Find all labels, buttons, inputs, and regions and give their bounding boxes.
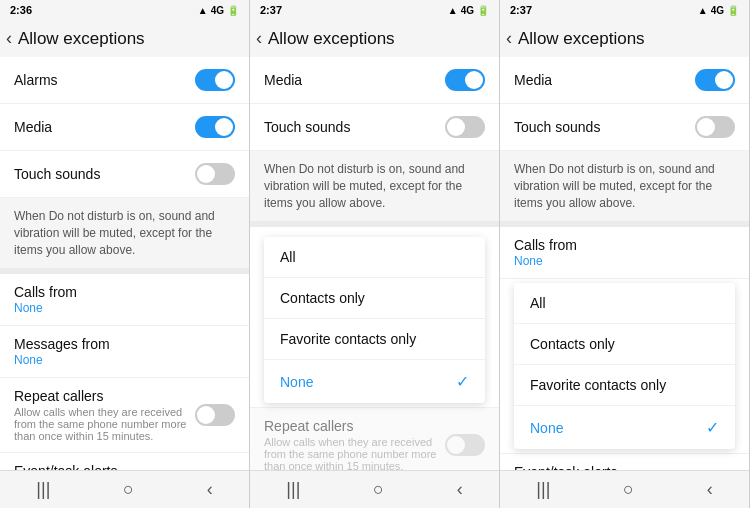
nav-home-icon-3[interactable]: ○ (623, 479, 634, 500)
calls-from-label-3: Calls from (514, 237, 735, 253)
calls-from-value-3: None (514, 254, 735, 268)
event-alerts-label-1: Event/task alerts (14, 463, 195, 470)
nav-home-icon-2[interactable]: ○ (373, 479, 384, 500)
panel-1: 2:36 ▲ 4G 🔋 ‹ Allow exceptions Alarms Me… (0, 0, 250, 508)
status-icons-3: ▲ 4G 🔋 (698, 5, 739, 16)
media-label-2: Media (264, 72, 302, 88)
dropdown-none-label-3: None (530, 420, 563, 436)
info-box-3: When Do not disturb is on, sound and vib… (500, 151, 749, 221)
event-alerts-row-3[interactable]: Event/task alerts Allow notifications fr… (500, 454, 749, 470)
back-button-3[interactable]: ‹ (506, 28, 512, 49)
touch-sounds-row-1[interactable]: Touch sounds (0, 151, 249, 198)
status-icons-1: ▲ 4G 🔋 (198, 5, 239, 16)
dropdown-all-label-3: All (530, 295, 546, 311)
nav-back-icon-2[interactable]: ‹ (457, 479, 463, 500)
dropdown-item-contacts-3[interactable]: Contacts only (514, 324, 735, 365)
media-toggle-2[interactable] (445, 69, 485, 91)
alarms-row[interactable]: Alarms (0, 57, 249, 104)
repeat-callers-label-2: Repeat callers (264, 418, 445, 434)
calls-from-row-3[interactable]: Calls from None (500, 227, 749, 279)
messages-from-label-1: Messages from (14, 336, 235, 352)
panel-2: 2:37 ▲ 4G 🔋 ‹ Allow exceptions Media Tou… (250, 0, 500, 508)
repeat-callers-label-1: Repeat callers (14, 388, 195, 404)
repeat-callers-toggle-1[interactable] (195, 404, 235, 426)
repeat-callers-row-2[interactable]: Repeat callers Allow calls when they are… (250, 408, 499, 470)
dropdown-item-none-3[interactable]: None ✓ (514, 406, 735, 449)
dropdown-item-fav-3[interactable]: Favorite contacts only (514, 365, 735, 406)
dropdown-item-none-2[interactable]: None ✓ (264, 360, 485, 403)
calls-from-value-1: None (14, 301, 235, 315)
touch-sounds-toggle-2[interactable] (445, 116, 485, 138)
repeat-callers-text-2: Repeat callers Allow calls when they are… (264, 418, 445, 470)
calls-from-dropdown-section-3: All Contacts only Favorite contacts only… (500, 279, 749, 454)
media-toggle-3[interactable] (695, 69, 735, 91)
wifi-icon-2: 4G (461, 5, 474, 16)
header-3: ‹ Allow exceptions (500, 20, 749, 57)
nav-home-icon-1[interactable]: ○ (123, 479, 134, 500)
content-3: Media Touch sounds When Do not disturb i… (500, 57, 749, 470)
nav-bar-2: ||| ○ ‹ (250, 470, 499, 508)
panel-3: 2:37 ▲ 4G 🔋 ‹ Allow exceptions Media Tou… (500, 0, 750, 508)
dropdown-item-contacts-2[interactable]: Contacts only (264, 278, 485, 319)
media-label-1: Media (14, 119, 52, 135)
media-toggle-1[interactable] (195, 116, 235, 138)
content-1: Alarms Media Touch sounds When Do not di… (0, 57, 249, 470)
dropdown-contacts-label-3: Contacts only (530, 336, 615, 352)
time-2: 2:37 (260, 4, 282, 16)
touch-sounds-row-2[interactable]: Touch sounds (250, 104, 499, 151)
time-1: 2:36 (10, 4, 32, 16)
repeat-callers-sub-1: Allow calls when they are received from … (14, 406, 195, 442)
nav-bar-3: ||| ○ ‹ (500, 470, 749, 508)
nav-menu-icon-3[interactable]: ||| (536, 479, 550, 500)
status-bar-1: 2:36 ▲ 4G 🔋 (0, 0, 249, 20)
alarms-toggle[interactable] (195, 69, 235, 91)
header-2: ‹ Allow exceptions (250, 20, 499, 57)
alarms-label: Alarms (14, 72, 58, 88)
info-box-2: When Do not disturb is on, sound and vib… (250, 151, 499, 221)
status-bar-3: 2:37 ▲ 4G 🔋 (500, 0, 749, 20)
page-title-3: Allow exceptions (518, 29, 645, 49)
nav-back-icon-3[interactable]: ‹ (707, 479, 713, 500)
repeat-callers-row-1[interactable]: Repeat callers Allow calls when they are… (0, 378, 249, 453)
dropdown-item-fav-2[interactable]: Favorite contacts only (264, 319, 485, 360)
touch-sounds-label-2: Touch sounds (264, 119, 350, 135)
status-bar-2: 2:37 ▲ 4G 🔋 (250, 0, 499, 20)
wifi-icon-3: 4G (711, 5, 724, 16)
touch-sounds-toggle-1[interactable] (195, 163, 235, 185)
page-title-1: Allow exceptions (18, 29, 145, 49)
battery-icon-3: 🔋 (727, 5, 739, 16)
touch-sounds-toggle-3[interactable] (695, 116, 735, 138)
status-icons-2: ▲ 4G 🔋 (448, 5, 489, 16)
dropdown-all-label-2: All (280, 249, 296, 265)
dropdown-fav-label-3: Favorite contacts only (530, 377, 666, 393)
media-label-3: Media (514, 72, 552, 88)
checkmark-icon-3: ✓ (706, 418, 719, 437)
dropdown-calls-3[interactable]: All Contacts only Favorite contacts only… (514, 283, 735, 449)
touch-sounds-row-3[interactable]: Touch sounds (500, 104, 749, 151)
signal-icon-3: ▲ (698, 5, 708, 16)
dropdown-none-label-2: None (280, 374, 313, 390)
media-row-1[interactable]: Media (0, 104, 249, 151)
touch-sounds-label-1: Touch sounds (14, 166, 100, 182)
nav-bar-1: ||| ○ ‹ (0, 470, 249, 508)
dropdown-calls-2[interactable]: All Contacts only Favorite contacts only… (264, 237, 485, 403)
back-button-1[interactable]: ‹ (6, 28, 12, 49)
repeat-callers-toggle-2[interactable] (445, 434, 485, 456)
repeat-callers-text-1: Repeat callers Allow calls when they are… (14, 388, 195, 442)
messages-from-row-1[interactable]: Messages from None (0, 326, 249, 378)
media-row-2[interactable]: Media (250, 57, 499, 104)
media-row-3[interactable]: Media (500, 57, 749, 104)
calls-from-row-1[interactable]: Calls from None (0, 274, 249, 326)
dropdown-item-all-3[interactable]: All (514, 283, 735, 324)
page-title-2: Allow exceptions (268, 29, 395, 49)
content-2: Media Touch sounds When Do not disturb i… (250, 57, 499, 470)
dropdown-item-all-2[interactable]: All (264, 237, 485, 278)
back-button-2[interactable]: ‹ (256, 28, 262, 49)
checkmark-icon-2: ✓ (456, 372, 469, 391)
touch-sounds-label-3: Touch sounds (514, 119, 600, 135)
nav-menu-icon-2[interactable]: ||| (286, 479, 300, 500)
event-alerts-row-1[interactable]: Event/task alerts Allow notifications fr… (0, 453, 249, 470)
battery-icon: 🔋 (227, 5, 239, 16)
nav-back-icon-1[interactable]: ‹ (207, 479, 213, 500)
nav-menu-icon-1[interactable]: ||| (36, 479, 50, 500)
